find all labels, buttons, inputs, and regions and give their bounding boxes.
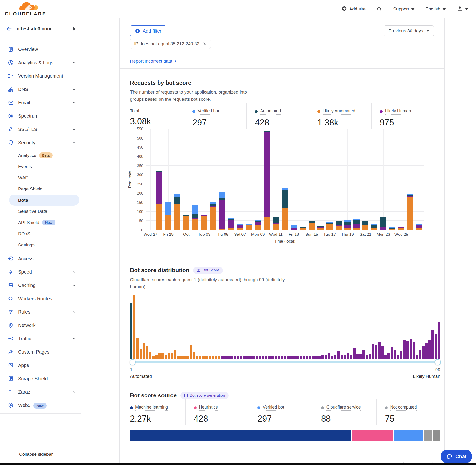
segment-automated xyxy=(353,220,360,223)
stat-label-row: Machine learning xyxy=(130,405,186,411)
stat-label[interactable]: Verified bot xyxy=(263,405,284,411)
stat-label[interactable]: Likely Automated xyxy=(323,109,355,115)
book-icon xyxy=(197,269,201,272)
sidebar-item-custom-pages[interactable]: Custom Pages xyxy=(0,345,81,359)
stat-label[interactable]: Cloudflare service xyxy=(327,405,361,411)
sidebar-item-workers-routes[interactable]: Workers Routes xyxy=(0,292,81,305)
bar-slot xyxy=(397,129,406,230)
report-incorrect-data-link[interactable]: Report incorrect data xyxy=(130,59,176,64)
hist-bar-score-67 xyxy=(337,351,339,359)
sidebar-item-bots[interactable]: Bots xyxy=(9,195,79,206)
sidebar-item-speed[interactable]: Speed xyxy=(0,265,81,279)
sidebar-item-label: DDoS xyxy=(18,231,30,236)
sidebar-item-page-shield[interactable]: Page Shield xyxy=(0,183,79,195)
site-expander-icon[interactable] xyxy=(73,27,75,31)
hist-bar-score-72 xyxy=(353,348,355,359)
sidebar-item-network[interactable]: Network xyxy=(0,318,81,332)
sidebar-item-spectrum[interactable]: Spectrum xyxy=(0,109,81,123)
hist-bar-score-46 xyxy=(271,356,274,359)
sidebar-item-access[interactable]: Access xyxy=(0,252,81,265)
add-site-button[interactable]: Add site xyxy=(342,6,366,12)
stat-label[interactable]: Likely Human xyxy=(385,109,411,115)
sidebar-item-ddos[interactable]: DDoS xyxy=(0,228,79,239)
collapse-sidebar-button[interactable]: Collapse sidebar xyxy=(19,452,53,457)
sidebar-item-dns[interactable]: DNS xyxy=(0,83,81,96)
stat-machine-learning: Machine learning2.27k xyxy=(130,399,186,425)
bot-score-generation-badge[interactable]: Bot score generation xyxy=(180,392,229,399)
slider-min-caption: Automated xyxy=(130,374,152,379)
y-tick-label: 200 xyxy=(137,191,143,195)
sidebar-item-sensitive-data[interactable]: Sensitive Data xyxy=(0,206,79,217)
remove-filter-icon[interactable] xyxy=(203,42,207,46)
sidebar-item-analytics-logs[interactable]: Analytics & Logs xyxy=(0,56,81,69)
slider-handle-min[interactable] xyxy=(129,359,136,365)
slider-track[interactable] xyxy=(130,361,440,363)
bar-slot xyxy=(343,129,352,230)
sidebar-item-email[interactable]: Email xyxy=(0,96,81,109)
sidebar-item-analytics[interactable]: AnalyticsBeta xyxy=(0,150,79,161)
chevron-down-icon xyxy=(72,101,76,105)
y-tick-label: 550 xyxy=(137,127,143,131)
bot-score-badge[interactable]: Bot Score xyxy=(193,267,223,274)
date-range-select[interactable]: Previous 30 days xyxy=(384,25,434,36)
sidebar-item-security[interactable]: Security xyxy=(0,136,81,149)
hist-bar-score-84 xyxy=(391,347,393,359)
bar-slot xyxy=(388,129,397,230)
sidebar-item-label: Bots xyxy=(18,198,28,203)
filter-chip[interactable]: IP does not equal 35.212.240.32 xyxy=(130,39,211,49)
stat-label[interactable]: Verified bot xyxy=(198,109,219,115)
hist-bar-score-53 xyxy=(293,356,296,359)
sidebar-item-overview[interactable]: Overview xyxy=(0,43,81,56)
search-icon[interactable] xyxy=(376,6,382,12)
hist-bar-score-29 xyxy=(218,356,220,359)
stacked-bar-mon-23 xyxy=(380,217,386,230)
stat-label[interactable]: Heuristics xyxy=(199,405,218,411)
support-menu[interactable]: Support xyxy=(393,6,414,12)
hist-bar-score-14 xyxy=(171,353,173,359)
hist-bar-score-65 xyxy=(331,356,333,359)
sidebar-item-settings[interactable]: Settings xyxy=(0,239,79,251)
stat-label[interactable]: Automated xyxy=(260,109,281,115)
chevron-down-icon xyxy=(411,8,414,10)
stat-label[interactable]: Machine learning xyxy=(135,405,168,411)
sidebar-item-waf[interactable]: WAF xyxy=(0,172,79,183)
sidebar-item-label: Speed xyxy=(18,269,72,275)
hist-bar-score-49 xyxy=(281,356,283,359)
stat-label[interactable]: Not computed xyxy=(390,405,417,411)
chevron-down-icon xyxy=(72,337,76,340)
hist-bar-score-6 xyxy=(146,346,148,359)
stacked-bar-sun-22 xyxy=(371,224,377,230)
hist-bar-score-4 xyxy=(139,349,142,359)
sidebar-item-api-shield[interactable]: API ShieldNew xyxy=(0,217,79,228)
back-arrow-icon[interactable] xyxy=(6,26,12,32)
add-filter-button[interactable]: Add filter xyxy=(130,25,167,36)
x-tick-label: Mon 23 xyxy=(376,232,390,237)
sidebar-item-ssl-tls[interactable]: SSL/TLS xyxy=(0,123,81,136)
stat-value: 297 xyxy=(192,118,246,128)
sidebar-item-traffic[interactable]: Traffic xyxy=(0,332,81,345)
sidebar-item-rules[interactable]: Rules xyxy=(0,305,81,318)
sidebar-item-events[interactable]: Events xyxy=(0,161,79,172)
sidebar-item-scrape-shield[interactable]: Scrape Shield xyxy=(0,372,81,385)
hist-bar-score-77 xyxy=(369,354,371,359)
hist-bar-score-82 xyxy=(384,355,387,359)
sidebar-item-apps[interactable]: Apps xyxy=(0,359,81,372)
slider-handle-max[interactable] xyxy=(434,359,441,365)
hist-bar-score-42 xyxy=(259,356,261,359)
sidebar-item-caching[interactable]: Caching xyxy=(0,279,81,292)
sidebar-item-label: Rules xyxy=(18,309,72,315)
bar-slot xyxy=(262,129,271,230)
sidebar-item-web3[interactable]: Web3New xyxy=(0,399,81,412)
sidebar-item-label: Traffic xyxy=(18,336,72,341)
card-description: Cloudflare scores each request 1 (defini… xyxy=(130,276,287,290)
legend-dot xyxy=(194,406,197,409)
x-tick-label: Thu 05 xyxy=(216,232,228,237)
account-menu[interactable] xyxy=(457,5,468,13)
sidebar-item-version-management[interactable]: Version Management xyxy=(0,69,81,83)
hist-bar-score-83 xyxy=(387,353,390,359)
sidebar-item-label: Analytics xyxy=(18,153,36,158)
language-menu[interactable]: English xyxy=(425,6,446,12)
chat-button[interactable]: Chat xyxy=(441,450,472,463)
sidebar-item-zaraz[interactable]: Zaraz xyxy=(0,385,81,399)
x-tick-label: Mon 09 xyxy=(251,232,265,237)
